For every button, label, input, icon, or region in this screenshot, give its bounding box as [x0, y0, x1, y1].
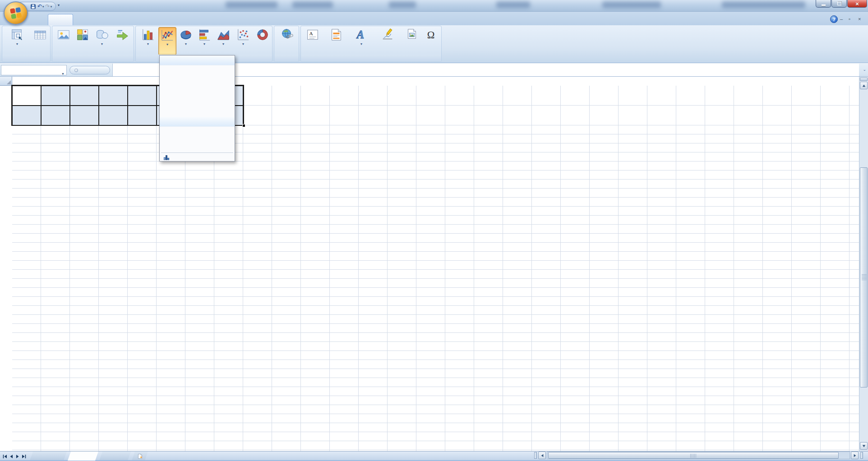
svg-text:★: ★	[139, 455, 143, 459]
scroll-down-button[interactable]	[860, 442, 868, 450]
next-sheet-button[interactable]	[15, 453, 21, 459]
cell-C1[interactable]	[70, 86, 99, 106]
restore-button[interactable]	[831, 0, 847, 8]
dropdown-arrow-icon: ▼	[101, 42, 104, 46]
customize-qat-button[interactable]: ▾	[58, 3, 60, 7]
cell-E2[interactable]	[128, 106, 157, 125]
line-chart-button[interactable]: ▼	[158, 27, 176, 55]
workbook-restore-button[interactable]: ▫	[849, 16, 850, 22]
vertical-split-handle[interactable]	[860, 78, 868, 81]
formula-bar-splitter[interactable]	[69, 66, 110, 74]
cell-A2[interactable]	[12, 106, 41, 125]
previous-sheet-button[interactable]	[9, 453, 14, 459]
pivottable-button[interactable]: ▼	[5, 27, 30, 55]
office-button[interactable]	[4, 1, 28, 25]
undo-button[interactable]: ↶▾	[37, 4, 44, 9]
dropdown-arrow-icon: ▼	[16, 42, 19, 46]
redo-button[interactable]: ↷▾	[46, 4, 52, 9]
header-footer-button[interactable]	[323, 27, 349, 55]
smartart-icon	[116, 27, 129, 42]
scatter-chart-button[interactable]: ▼	[233, 27, 253, 55]
picture-icon	[57, 27, 70, 42]
shapes-button[interactable]: ▼	[92, 27, 112, 55]
help-button[interactable]: ?	[830, 15, 838, 23]
wordart-button[interactable]: A ▼	[350, 27, 373, 55]
insert-worksheet-tab[interactable]: ★	[132, 452, 148, 461]
name-box[interactable]: ▼	[1, 65, 67, 75]
grid-cells[interactable]	[12, 125, 859, 451]
cell-D2[interactable]	[99, 106, 128, 125]
clip-art-button[interactable]	[74, 27, 91, 55]
tab-view[interactable]	[199, 14, 221, 25]
name-box-arrow-icon: ▼	[61, 69, 65, 78]
fill-handle[interactable]	[242, 124, 245, 127]
sheet-tab-sheet1[interactable]	[30, 452, 67, 461]
scroll-left-button[interactable]	[538, 452, 546, 459]
workbook-close-button[interactable]: ×	[858, 16, 861, 22]
group-label-tables	[2, 55, 50, 61]
menu-separator	[161, 152, 233, 153]
blurred-region	[226, 1, 277, 8]
cell-C2[interactable]	[70, 106, 99, 125]
cell-B2[interactable]	[41, 106, 70, 125]
scroll-up-button[interactable]	[860, 82, 868, 89]
tab-split-handle-right[interactable]	[860, 452, 863, 459]
table-icon	[33, 27, 47, 42]
cell-A1[interactable]	[12, 86, 41, 106]
pie-chart-button[interactable]: ▼	[177, 27, 194, 55]
all-chart-types-button[interactable]	[160, 153, 235, 161]
pie-chart-icon	[179, 27, 193, 42]
other-charts-button[interactable]	[253, 27, 272, 55]
column-chart-button[interactable]: ▼	[139, 27, 157, 55]
tab-review[interactable]	[171, 14, 198, 25]
left-arrow-icon	[540, 454, 544, 457]
signature-line-button[interactable]	[374, 27, 401, 55]
right-arrow-icon	[853, 454, 857, 457]
area-chart-button[interactable]: ▼	[214, 27, 232, 55]
line-chart-icon	[161, 28, 174, 43]
smartart-button[interactable]	[112, 27, 134, 55]
scatter-chart-icon	[236, 27, 250, 42]
bar-chart-button[interactable]: ▼	[195, 27, 213, 55]
picture-button[interactable]	[54, 27, 73, 55]
table-button[interactable]	[31, 27, 50, 55]
tab-split-handle[interactable]	[534, 452, 537, 459]
sheet-tab-sheet2[interactable]	[68, 452, 98, 461]
ribbon: ▼	[0, 25, 868, 63]
scroll-right-button[interactable]	[851, 452, 859, 459]
last-sheet-icon	[21, 454, 27, 459]
last-sheet-button[interactable]	[21, 453, 27, 459]
minimize-button[interactable]	[816, 0, 831, 8]
first-sheet-button[interactable]	[2, 453, 8, 459]
tab-data[interactable]	[149, 14, 170, 25]
horizontal-scroll-thumb[interactable]	[548, 452, 839, 459]
header-footer-icon	[329, 27, 343, 42]
cell-B1[interactable]	[41, 86, 70, 106]
dropdown-arrow-icon: ▼	[203, 42, 206, 46]
sheet-tab-sheet3[interactable]	[99, 452, 131, 461]
hyperlink-button[interactable]	[275, 27, 299, 55]
line-chart-menu	[159, 55, 235, 161]
vertical-scrollbar[interactable]	[859, 77, 868, 451]
object-button[interactable]	[402, 27, 422, 55]
symbol-button[interactable]: Ω	[422, 27, 441, 55]
tab-insert[interactable]	[48, 14, 73, 25]
cell-D1[interactable]	[99, 86, 128, 106]
cell-E1[interactable]	[128, 86, 157, 106]
save-button[interactable]	[30, 4, 36, 9]
window-controls: ×	[815, 0, 867, 8]
workbook-minimize-button[interactable]: –	[840, 16, 843, 22]
expand-formula-bar-icon[interactable]: ⌄	[863, 67, 866, 72]
dropdown-arrow-icon: ▼	[242, 42, 245, 46]
pivottable-icon	[10, 27, 24, 42]
vertical-scroll-thumb[interactable]	[860, 167, 868, 387]
tab-page-layout[interactable]	[75, 14, 114, 25]
close-button[interactable]: ×	[847, 0, 867, 8]
tab-formulas[interactable]	[115, 14, 147, 25]
text-box-button[interactable]: A	[303, 27, 323, 55]
object-icon	[405, 27, 419, 42]
office-logo-icon	[9, 6, 23, 20]
close-icon: ×	[855, 0, 859, 7]
next-sheet-icon	[15, 454, 20, 459]
select-all-button[interactable]	[0, 77, 12, 86]
